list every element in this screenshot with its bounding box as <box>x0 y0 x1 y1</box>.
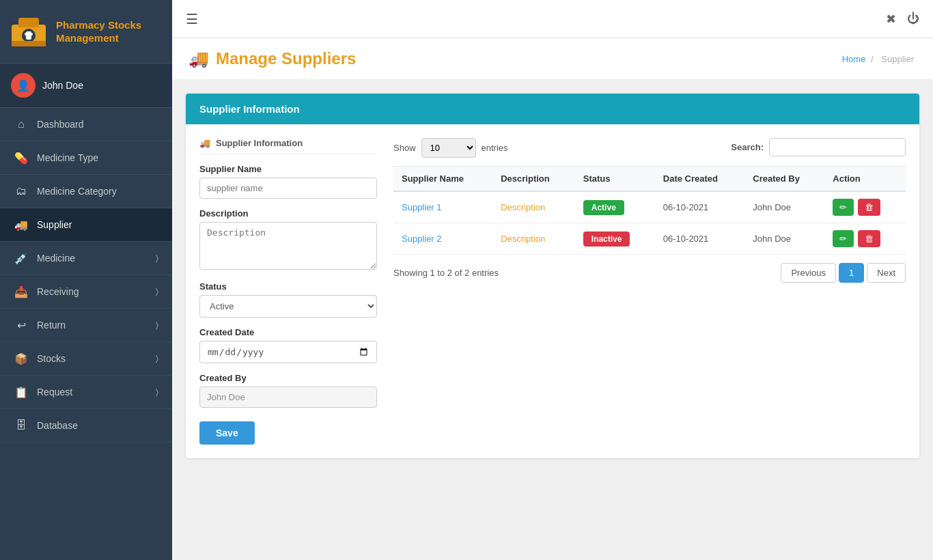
cell-created-by: John Doe <box>744 191 824 223</box>
nav-icon-receiving: 📥 <box>14 284 29 299</box>
cell-action: ✏ 🗑 <box>824 223 906 255</box>
sidebar-item-return[interactable]: ↩ Return 〉 <box>0 309 172 342</box>
status-badge: Active <box>583 200 624 215</box>
entries-select[interactable]: 102550100 <box>421 138 476 158</box>
nav-label-medicine-type: Medicine Type <box>37 152 158 163</box>
cell-date-created: 06-10-2021 <box>655 191 745 223</box>
col-header-supplier-name: Supplier Name <box>393 167 492 192</box>
nav-icon-stocks: 📦 <box>14 351 29 366</box>
nav-icon-return: ↩ <box>14 318 29 333</box>
nav-label-return: Return <box>37 320 156 331</box>
next-button[interactable]: Next <box>867 263 906 283</box>
user-avatar: 👤 <box>11 73 36 98</box>
chevron-icon-stocks: 〉 <box>156 354 158 363</box>
sidebar-item-medicine-category[interactable]: 🗂 Medicine Category <box>0 175 172 208</box>
description-label: Description <box>199 208 377 219</box>
table-panel: Show 102550100 entries Search: Supplier … <box>393 138 906 445</box>
col-header-date-created: Date Created <box>655 167 745 192</box>
sidebar-item-receiving[interactable]: 📥 Receiving 〉 <box>0 275 172 309</box>
chevron-icon-return: 〉 <box>156 320 158 330</box>
table-footer: Showing 1 to 2 of 2 entries Previous 1 N… <box>393 263 906 283</box>
edit-button[interactable]: ✏ <box>833 230 854 247</box>
cell-description: Description <box>492 191 575 223</box>
page-1-button[interactable]: 1 <box>839 263 864 283</box>
main-card: Supplier Information 🚚 Supplier Informat… <box>186 94 919 458</box>
show-entries-group: Show 102550100 entries <box>393 138 508 158</box>
supplier-name-input[interactable] <box>199 178 377 199</box>
created-date-input[interactable] <box>199 341 377 363</box>
suppliers-table: Supplier NameDescriptionStatusDate Creat… <box>393 166 906 255</box>
status-select[interactable]: ActiveInactive <box>199 295 377 318</box>
breadcrumb-separator: / <box>871 54 874 64</box>
cell-created-by: John Doe <box>744 223 824 255</box>
chevron-icon-receiving: 〉 <box>156 287 158 296</box>
nav-icon-dashboard: ⌂ <box>14 117 29 132</box>
form-section-icon: 🚚 <box>199 138 210 148</box>
status-badge: Inactive <box>583 232 630 247</box>
search-group: Search: <box>731 138 906 156</box>
breadcrumb-current: Supplier <box>881 54 914 64</box>
col-header-created-by: Created By <box>744 167 824 192</box>
edit-button[interactable]: ✏ <box>833 199 854 216</box>
cell-status: Active <box>575 191 655 223</box>
card-header: Supplier Information <box>186 94 919 124</box>
show-label: Show <box>393 143 416 153</box>
chevron-icon-medicine: 〉 <box>156 253 158 263</box>
nav-icon-medicine: 💉 <box>14 251 29 266</box>
previous-button[interactable]: Previous <box>781 263 836 283</box>
search-input[interactable] <box>769 138 906 156</box>
breadcrumb-home[interactable]: Home <box>842 54 866 64</box>
sidebar-item-request[interactable]: 📋 Request 〉 <box>0 376 172 409</box>
settings-icon[interactable]: ✖ <box>886 12 896 27</box>
page-header: 🚚 Manage Suppliers Home / Supplier <box>172 38 933 80</box>
status-group: Status ActiveInactive <box>199 281 377 318</box>
sidebar-item-medicine-type[interactable]: 💊 Medicine Type <box>0 141 172 175</box>
form-panel: 🚚 Supplier Information Supplier Name Des… <box>199 138 377 445</box>
power-icon[interactable]: ⏻ <box>907 12 919 26</box>
nav-label-database: Database <box>37 420 158 431</box>
description-input[interactable] <box>199 222 377 270</box>
status-label: Status <box>199 281 377 292</box>
save-button[interactable]: Save <box>199 421 255 445</box>
menu-toggle-icon[interactable]: ☰ <box>186 11 198 27</box>
created-date-label: Created Date <box>199 327 377 337</box>
cell-date-created: 06-10-2021 <box>655 223 745 255</box>
supplier-name-label: Supplier Name <box>199 164 377 174</box>
nav-label-stocks: Stocks <box>37 353 156 364</box>
nav-icon-database: 🗄 <box>14 418 29 433</box>
nav-icon-request: 📋 <box>14 384 29 400</box>
sidebar-item-dashboard[interactable]: ⌂ Dashboard <box>0 108 172 141</box>
nav-icon-medicine-category: 🗂 <box>14 184 29 199</box>
app-name: Pharmacy Stocks Management <box>56 18 141 45</box>
page-title-icon: 🚚 <box>189 49 209 68</box>
page-title: 🚚 Manage Suppliers <box>189 49 356 68</box>
svg-rect-5 <box>12 41 46 46</box>
col-header-action: Action <box>824 167 906 192</box>
form-section-title: 🚚 Supplier Information <box>199 138 377 154</box>
topbar-right: ✖ ⏻ <box>886 12 919 27</box>
nav-label-dashboard: Dashboard <box>37 119 158 130</box>
table-row: Supplier 1 Description Active 06-10-2021… <box>393 191 906 223</box>
nav-label-receiving: Receiving <box>37 286 156 297</box>
cell-action: ✏ 🗑 <box>824 191 906 223</box>
sidebar-item-database[interactable]: 🗄 Database <box>0 409 172 443</box>
nav-icon-supplier: 🚚 <box>14 217 29 232</box>
table-body: Supplier 1 Description Active 06-10-2021… <box>393 191 906 255</box>
sidebar-item-supplier[interactable]: 🚚 Supplier <box>0 208 172 242</box>
sidebar-item-medicine[interactable]: 💉 Medicine 〉 <box>0 242 172 275</box>
delete-button[interactable]: 🗑 <box>858 199 880 216</box>
content-area: Supplier Information 🚚 Supplier Informat… <box>172 80 933 560</box>
entries-label: entries <box>482 143 508 153</box>
supplier-name-group: Supplier Name <box>199 164 377 199</box>
svg-rect-4 <box>25 33 33 36</box>
table-row: Supplier 2 Description Inactive 06-10-20… <box>393 223 906 255</box>
pagination: Previous 1 Next <box>781 263 906 283</box>
card-body: 🚚 Supplier Information Supplier Name Des… <box>186 124 919 458</box>
sidebar-item-stocks[interactable]: 📦 Stocks 〉 <box>0 342 172 376</box>
nav-menu: ⌂ Dashboard 💊 Medicine Type 🗂 Medicine C… <box>0 108 172 443</box>
nav-label-medicine-category: Medicine Category <box>37 186 158 197</box>
main-content: ☰ ✖ ⏻ 🚚 Manage Suppliers Home / Supplier… <box>172 0 933 560</box>
nav-label-request: Request <box>37 387 156 397</box>
delete-button[interactable]: 🗑 <box>858 230 880 247</box>
svg-rect-1 <box>18 18 39 27</box>
